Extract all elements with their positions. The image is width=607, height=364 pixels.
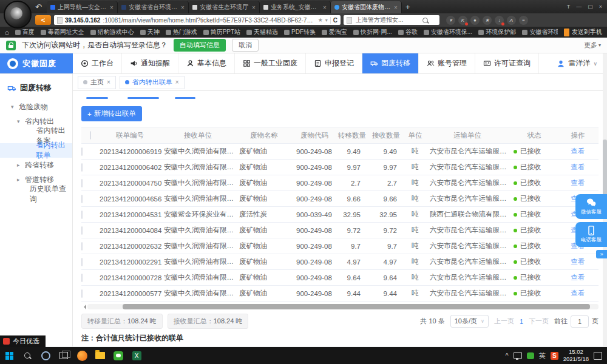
row-checkbox[interactable] xyxy=(81,289,83,298)
autofill-confirm-button[interactable]: 自动填写信息 xyxy=(174,39,226,52)
file-explorer-button[interactable] xyxy=(91,347,109,364)
row-checkbox[interactable] xyxy=(81,147,83,156)
view-link[interactable]: 查看 xyxy=(560,257,596,266)
wechat-tray-icon[interactable] xyxy=(527,352,534,359)
cheetah-browser-logo-icon[interactable] xyxy=(4,1,32,29)
table-row[interactable]: 2021341200004084 安徽中久润滑油有限公司 废矿物油 900-24… xyxy=(81,223,599,238)
view-link[interactable]: 查看 xyxy=(560,289,596,298)
home-icon[interactable]: ⌂ xyxy=(5,29,9,36)
toolbar-button-icon[interactable]: K xyxy=(458,16,467,25)
bookmark-item[interactable]: 猎豹游戏中心 xyxy=(90,28,134,36)
row-checkbox[interactable] xyxy=(81,274,83,282)
browser-search-input[interactable] xyxy=(354,16,420,24)
nav-item[interactable]: 账号管理 xyxy=(419,53,475,73)
start-button[interactable] xyxy=(0,347,18,364)
page-tab[interactable]: 主页 × xyxy=(78,76,116,89)
scrollbar-thumb[interactable] xyxy=(603,140,607,200)
nav-item[interactable]: 通知提醒 xyxy=(122,53,178,73)
prev-page-button[interactable]: 上一页 xyxy=(494,317,514,326)
undo-arrow-icon[interactable]: ↶ xyxy=(35,2,42,12)
browser-tab[interactable]: 安徽省生态环境厅 × xyxy=(189,1,260,13)
row-checkbox[interactable] xyxy=(81,179,83,187)
toolbar-button-icon[interactable]: ★ xyxy=(483,16,492,25)
table-row[interactable]: 2021341200006402 安徽中久润滑油有限公司 废矿物油 900-24… xyxy=(81,160,599,175)
row-checkbox[interactable] xyxy=(81,258,83,266)
goto-page-input[interactable] xyxy=(571,315,589,328)
browser-tab[interactable]: 安徽省固体废物管理 × xyxy=(331,1,402,13)
send-to-phone-button[interactable]: 发送到手机 xyxy=(564,28,602,36)
sidebar-item[interactable]: 历史联单查询 xyxy=(0,187,72,201)
browser-taskbar-button[interactable] xyxy=(73,347,91,364)
nav-item[interactable]: 申报登记 xyxy=(306,53,362,73)
tray-expand-icon[interactable]: ^ xyxy=(506,352,509,359)
browser-tab[interactable]: 业务系统_安徽省生... × xyxy=(260,1,331,13)
scroll-left-arrow-icon[interactable] xyxy=(81,305,86,309)
bookmark-item[interactable]: 热门游戏 xyxy=(166,28,197,36)
taskbar-clock[interactable]: 15:02 2021/5/18 xyxy=(563,348,589,363)
excel-taskbar-button[interactable]: X xyxy=(127,347,146,364)
window-control-icon[interactable]: × xyxy=(599,0,602,13)
toolbar-button-icon[interactable]: ▾ xyxy=(446,16,455,25)
table-row[interactable]: 2021341200000728 安徽中久润滑油有限公司 废矿物油 900-24… xyxy=(81,270,599,286)
table-row[interactable]: 2021341200004750 安徽中久润滑油有限公司 废矿物油 900-24… xyxy=(81,175,599,191)
cortana-button[interactable] xyxy=(36,347,55,364)
nav-item[interactable]: 工作台 xyxy=(73,53,122,73)
input-language-indicator[interactable]: 英 xyxy=(539,351,546,360)
scrollbar-thumb[interactable] xyxy=(123,304,590,309)
window-control-icon[interactable]: — xyxy=(576,0,582,13)
nav-item[interactable]: 一般工业固废 xyxy=(235,53,306,73)
table-row[interactable]: 2021341200004656 安徽中久润滑油有限公司 废矿物油 900-24… xyxy=(81,191,599,207)
nav-item[interactable]: 固废转移 xyxy=(362,53,419,73)
bookmark-item[interactable]: 快折网·网... xyxy=(353,28,392,36)
sogou-input-icon[interactable]: S xyxy=(551,352,558,360)
view-link[interactable]: 查看 xyxy=(560,163,596,172)
tab-close-icon[interactable]: × xyxy=(323,4,327,11)
table-row[interactable]: 2021341200006919 安徽中久润滑油有限公司 废矿物油 900-24… xyxy=(81,144,599,160)
collapse-float-button[interactable]: » xyxy=(596,250,607,258)
refresh-icon[interactable]: C xyxy=(330,17,337,24)
phone-service-button[interactable]: 电话客服 xyxy=(575,222,607,247)
browser-tab[interactable]: 安徽省省台环境厅_... × xyxy=(118,1,189,13)
view-link[interactable]: 查看 xyxy=(560,178,596,187)
task-view-button[interactable] xyxy=(55,347,73,364)
row-checkbox[interactable] xyxy=(81,211,83,219)
tab-close-icon[interactable]: × xyxy=(394,4,398,11)
tab-close-icon[interactable]: × xyxy=(175,79,179,86)
wechat-taskbar-button[interactable] xyxy=(109,347,127,364)
table-row[interactable]: 2021341200002291 安徽中久润滑油有限公司 废矿物油 900-24… xyxy=(81,254,599,270)
row-checkbox[interactable] xyxy=(81,226,83,235)
new-tab-button[interactable]: + xyxy=(405,2,410,12)
bookmark-item[interactable]: 天神 xyxy=(140,28,160,36)
next-page-button[interactable]: 下一页 xyxy=(529,317,549,326)
url-field[interactable]: 39.145.0.162 :10081/main/view/home/home.… xyxy=(54,15,341,25)
view-link[interactable]: 查看 xyxy=(560,147,596,156)
bookmark-item[interactable]: 简历PPT站 xyxy=(203,28,240,36)
browser-search-box[interactable] xyxy=(344,15,439,25)
page-size-select[interactable]: 10条/页 ∨ xyxy=(450,315,489,328)
user-menu[interactable]: 雷洋洋 ∨ xyxy=(557,53,607,73)
table-row[interactable]: 2021341200000577 安徽中久润滑油有限公司 废矿物油 900-24… xyxy=(81,286,599,302)
bookmark-item[interactable]: 安徽省环境在... xyxy=(522,28,558,36)
window-control-icon[interactable]: ▢ xyxy=(588,0,593,13)
view-link[interactable]: 查看 xyxy=(560,273,596,282)
taskbar-search-button[interactable] xyxy=(18,347,36,364)
bookmark-item[interactable]: 天猫精选 xyxy=(246,28,278,36)
select-all-checkbox[interactable] xyxy=(90,131,91,140)
toolbar-button-icon[interactable]: A xyxy=(507,16,516,25)
sidebar-item[interactable]: 省内转出联单 xyxy=(0,143,72,158)
page-tab[interactable]: 省内转出联单 × xyxy=(120,76,185,89)
table-row[interactable]: 2021341200002632 安徽中久润滑油有限公司 废矿物油 900-24… xyxy=(81,238,599,254)
nav-item[interactable]: 许可证查询 xyxy=(475,53,539,73)
toolbar-button-icon[interactable]: ≡ xyxy=(519,16,528,25)
row-checkbox[interactable] xyxy=(81,195,83,203)
row-checkbox[interactable] xyxy=(81,242,83,251)
sidebar-item[interactable]: ▾ 危险废物 xyxy=(0,99,72,114)
row-checkbox[interactable] xyxy=(81,163,83,172)
bookmark-item[interactable]: 谷歌 xyxy=(398,28,418,36)
bookmark-star-icon[interactable]: ★ xyxy=(318,17,323,23)
toolbar-button-icon[interactable]: ↓ xyxy=(495,16,504,25)
tab-close-icon[interactable]: × xyxy=(252,4,256,11)
bookmark-item[interactable]: 毒霸网址大全 xyxy=(41,28,84,36)
action-center-icon[interactable] xyxy=(594,352,602,360)
today-pick-label[interactable]: 今日优选 xyxy=(0,335,46,347)
